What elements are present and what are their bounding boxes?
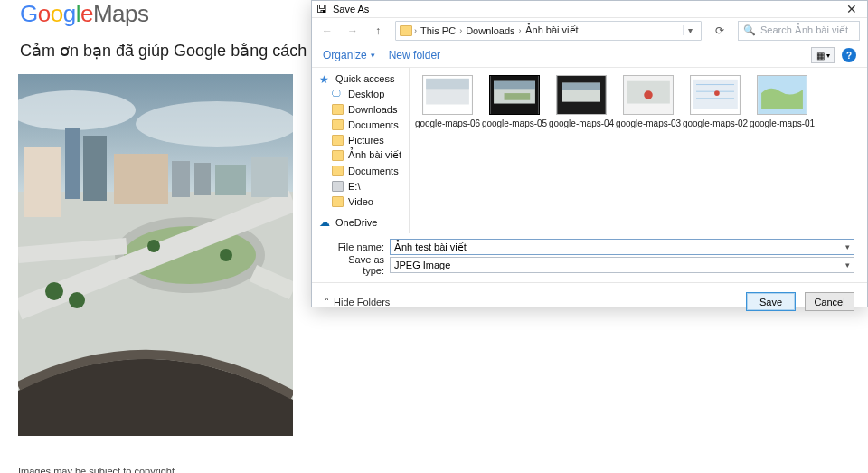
file-label: google-maps-03 xyxy=(616,118,681,128)
chevron-down-icon: ▾ xyxy=(845,260,850,270)
svg-point-30 xyxy=(644,90,653,99)
tree-downloads[interactable]: Downloads xyxy=(312,101,409,117)
crumb-downloads[interactable]: Downloads xyxy=(464,25,516,36)
refresh-button[interactable]: ⟳ xyxy=(711,24,729,37)
onedrive-icon: ☁ xyxy=(319,216,331,228)
search-placeholder: Search Ảnh bài viết xyxy=(760,24,848,36)
save-as-dialog: 🖫 Save As ✕ ← → ↑ › This PC › Downloads … xyxy=(311,0,868,307)
svg-rect-8 xyxy=(83,136,107,201)
file-label: google-maps-05 xyxy=(482,118,547,128)
copyright-text: Images may be subject to copyright xyxy=(18,466,175,473)
drive-icon xyxy=(332,181,344,192)
report-image xyxy=(18,74,293,436)
svg-rect-9 xyxy=(114,154,168,204)
svg-rect-10 xyxy=(172,161,190,197)
svg-rect-23 xyxy=(494,81,535,90)
filename-label: File name: xyxy=(325,241,390,252)
close-button[interactable]: ✕ xyxy=(840,2,863,16)
thumbnail xyxy=(489,75,540,115)
file-item[interactable]: google-maps-06 xyxy=(422,75,473,128)
svg-rect-13 xyxy=(251,157,288,197)
file-pane[interactable]: google-maps-06 google-maps-05 google-map… xyxy=(410,68,867,233)
thumbnail xyxy=(757,75,807,115)
folder-icon xyxy=(332,196,344,207)
star-icon: ★ xyxy=(319,73,331,84)
tree-documents[interactable]: Documents xyxy=(312,117,409,132)
save-button[interactable]: Save xyxy=(746,292,796,311)
forward-button[interactable]: → xyxy=(344,23,361,39)
svg-rect-24 xyxy=(505,93,531,100)
titlebar[interactable]: 🖫 Save As ✕ xyxy=(312,1,867,18)
file-item[interactable]: google-maps-02 xyxy=(690,75,741,128)
nav-toolbar: ← → ↑ › This PC › Downloads › Ảnh bài vi… xyxy=(312,18,867,43)
save-form: File name: Ảnh test bài viết▾ Save as ty… xyxy=(312,233,867,282)
folder-icon xyxy=(332,135,344,146)
new-folder-button[interactable]: New folder xyxy=(389,49,440,61)
type-select[interactable]: JPEG Image▾ xyxy=(390,257,854,273)
search-icon: 🔍 xyxy=(743,24,756,36)
file-item[interactable]: google-maps-03 xyxy=(623,75,674,128)
tree-anh-bai-viet[interactable]: Ảnh bài viết xyxy=(312,147,409,163)
folder-icon xyxy=(400,25,412,36)
path-dropdown[interactable]: ▾ xyxy=(683,25,697,35)
crumb-folder[interactable]: Ảnh bài viết xyxy=(524,24,580,36)
thumbnail xyxy=(556,75,607,115)
type-label: Save as type: xyxy=(325,254,390,276)
file-label: google-maps-01 xyxy=(750,118,815,128)
hide-folders-button[interactable]: ˄Hide Folders xyxy=(325,297,390,307)
cancel-button[interactable]: Cancel xyxy=(805,292,854,311)
thumbnail xyxy=(422,75,473,115)
crumb-this-pc[interactable]: This PC xyxy=(419,25,458,36)
dialog-title: Save As xyxy=(333,4,369,14)
view-button[interactable]: ▦▾ xyxy=(811,47,835,63)
chevron-down-icon[interactable]: ▾ xyxy=(845,242,850,251)
desktop-icon: 🖵 xyxy=(332,89,344,99)
nav-tree[interactable]: ★Quick access 🖵Desktop Downloads Documen… xyxy=(312,68,410,233)
thumbnail xyxy=(623,75,674,115)
file-item[interactable]: google-maps-05 xyxy=(489,75,540,128)
chevron-right-icon: › xyxy=(459,26,462,35)
svg-rect-12 xyxy=(215,165,246,195)
svg-rect-7 xyxy=(65,128,80,199)
file-item[interactable]: google-maps-01 xyxy=(757,75,807,128)
tree-desktop[interactable]: 🖵Desktop xyxy=(312,86,409,101)
svg-point-36 xyxy=(714,90,720,96)
svg-point-14 xyxy=(45,282,63,300)
file-item[interactable]: google-maps-04 xyxy=(556,75,607,128)
organize-toolbar: Organize▾ New folder ▦▾ ? xyxy=(312,43,867,68)
chevron-right-icon: › xyxy=(414,26,417,35)
help-button[interactable]: ? xyxy=(842,48,856,62)
svg-point-15 xyxy=(69,292,85,308)
tree-onedrive[interactable]: ☁OneDrive xyxy=(312,214,409,230)
svg-rect-11 xyxy=(194,163,211,195)
svg-point-16 xyxy=(147,240,160,252)
search-input[interactable]: 🔍 Search Ảnh bài viết xyxy=(738,21,860,41)
dialog-footer: ˄Hide Folders Save Cancel xyxy=(312,282,867,320)
tree-pictures[interactable]: Pictures xyxy=(312,132,409,147)
svg-point-17 xyxy=(220,249,232,261)
chevron-down-icon: ▾ xyxy=(371,51,375,60)
chevron-up-icon: ˄ xyxy=(325,297,329,307)
back-button[interactable]: ← xyxy=(319,23,335,39)
breadcrumb[interactable]: › This PC › Downloads › Ảnh bài viết ▾ xyxy=(395,21,702,41)
tree-documents2[interactable]: Documents xyxy=(312,163,409,178)
tree-video[interactable]: Video xyxy=(312,194,409,209)
up-button[interactable]: ↑ xyxy=(370,23,386,39)
file-label: google-maps-06 xyxy=(415,118,480,128)
chevron-right-icon: › xyxy=(519,26,522,35)
folder-icon xyxy=(332,150,344,161)
thumbnail xyxy=(690,75,741,115)
svg-point-2 xyxy=(136,101,293,147)
save-icon: 🖫 xyxy=(316,3,328,15)
svg-rect-20 xyxy=(426,79,469,89)
filename-input[interactable]: Ảnh test bài viết▾ xyxy=(390,239,854,255)
folder-icon xyxy=(332,104,344,115)
tree-e-drive[interactable]: E:\ xyxy=(312,178,409,194)
folder-icon xyxy=(332,166,344,176)
svg-rect-6 xyxy=(24,147,61,217)
tree-quick-access[interactable]: ★Quick access xyxy=(312,71,409,86)
file-label: google-maps-02 xyxy=(683,118,748,128)
organize-button[interactable]: Organize▾ xyxy=(323,49,375,61)
folder-icon xyxy=(332,119,344,130)
file-label: google-maps-04 xyxy=(549,118,614,128)
